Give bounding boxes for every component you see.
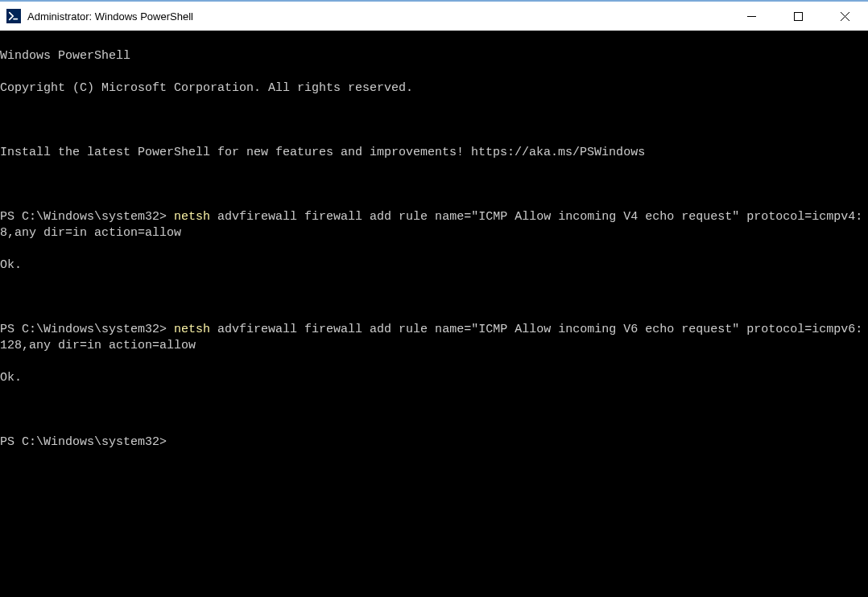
command-name: netsh	[174, 210, 210, 224]
terminal-line: Ok.	[0, 370, 868, 386]
window-controls	[728, 2, 868, 31]
terminal-command-line: PS C:\Windows\system32> netsh advfirewal…	[0, 209, 868, 241]
close-button[interactable]	[821, 2, 868, 31]
prompt: PS C:\Windows\system32>	[0, 210, 167, 224]
prompt: PS C:\Windows\system32>	[0, 435, 167, 449]
titlebar[interactable]: Administrator: Windows PowerShell	[0, 0, 868, 31]
minimize-button[interactable]	[728, 2, 775, 31]
window-title: Administrator: Windows PowerShell	[27, 10, 728, 23]
svg-rect-1	[794, 12, 802, 20]
terminal-line: Copyright (C) Microsoft Corporation. All…	[0, 80, 868, 97]
terminal-blank-line	[0, 402, 868, 418]
prompt: PS C:\Windows\system32>	[0, 323, 167, 336]
terminal-blank-line	[0, 290, 868, 306]
terminal-command-line: PS C:\Windows\system32> netsh advfirewal…	[0, 322, 868, 354]
terminal-output[interactable]: Windows PowerShell Copyright (C) Microso…	[0, 31, 868, 597]
terminal-blank-line	[0, 177, 868, 193]
terminal-line: Windows PowerShell	[0, 48, 868, 64]
terminal-line: Ok.	[0, 257, 868, 274]
powershell-window: Administrator: Windows PowerShell Window…	[0, 0, 868, 597]
command-name: netsh	[174, 323, 210, 336]
powershell-icon	[6, 9, 21, 23]
terminal-current-prompt: PS C:\Windows\system32>	[0, 434, 868, 451]
terminal-blank-line	[0, 113, 868, 129]
terminal-line: Install the latest PowerShell for new fe…	[0, 145, 868, 161]
maximize-button[interactable]	[775, 2, 821, 31]
